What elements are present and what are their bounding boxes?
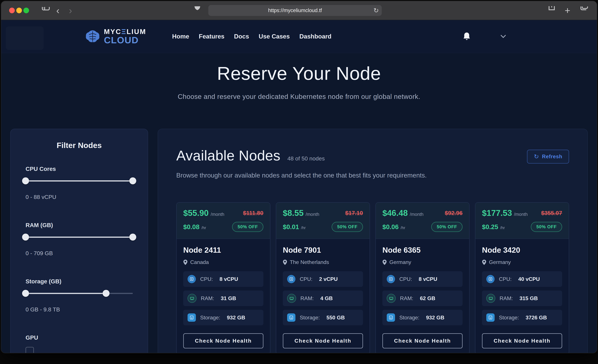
node-location: The Netherlands: [283, 259, 363, 265]
node-name: Node 2411: [183, 246, 263, 255]
storage-spec-label: Storage:: [399, 314, 419, 321]
account-chevron-down-icon[interactable]: [500, 35, 506, 38]
panel-subtitle: Browse through our available nodes and s…: [176, 172, 569, 179]
header-ghost-block: [6, 26, 44, 50]
slider-fill: [25, 237, 133, 238]
nav-item-home[interactable]: Home: [172, 33, 189, 40]
cpu-spec-value: 2 vCPU: [319, 276, 338, 282]
hourly-price: $0.01/hr: [283, 223, 332, 231]
storage-drive-icon: [486, 313, 495, 322]
original-price: $92.96: [445, 210, 463, 216]
storage-range-slider[interactable]: [25, 290, 133, 297]
storage-drive-icon: [188, 313, 196, 322]
sidebar-toggle-icon[interactable]: [42, 7, 50, 14]
address-bar[interactable]: https://myceliumcloud.tf ↻: [208, 5, 382, 16]
storage-range-text: 0 GB - 9.8 TB: [25, 306, 133, 313]
node-name: Node 6365: [382, 246, 463, 255]
cpu-spec-row: CPU: 2 vCPU: [283, 271, 363, 287]
location-text: Germany: [489, 259, 511, 265]
ram-spec-label: RAM:: [400, 295, 413, 301]
close-window-button[interactable]: [9, 8, 15, 13]
filter-panel: Filter Nodes CPU Cores 0 - 88 vCPU RAM (…: [10, 129, 148, 353]
node-card: $55.90/month $111.80 $0.08/hr 50% OFF No…: [176, 202, 270, 353]
check-node-health-button[interactable]: Check Node Health: [482, 333, 562, 348]
notifications-bell-icon[interactable]: [463, 32, 471, 41]
storage-slider-min-handle[interactable]: [22, 290, 29, 297]
ram-spec-label: RAM:: [300, 295, 314, 301]
ram-memory-icon: [387, 294, 396, 303]
back-button[interactable]: ‹: [56, 6, 59, 15]
location-text: The Netherlands: [290, 259, 329, 265]
storage-slider-max-handle[interactable]: [103, 290, 109, 297]
zoom-window-button[interactable]: [23, 8, 29, 13]
location-text: Germany: [389, 259, 411, 265]
filter-group-gpu: GPU: [25, 334, 133, 353]
monthly-unit: /month: [410, 212, 424, 217]
node-card-body: Node 6365 Germany CPU: 8 vCPU: [376, 239, 469, 353]
storage-spec-row: Storage: 932 GB: [183, 310, 263, 325]
share-icon[interactable]: [548, 6, 555, 15]
discount-badge: 50% OFF: [431, 222, 463, 232]
panel-header: Available Nodes 48 of 50 nodes ↻ Refresh: [176, 147, 569, 164]
node-name: Node 7901: [283, 246, 363, 255]
slider-fill: [25, 293, 106, 294]
nav-item-features[interactable]: Features: [199, 33, 224, 40]
ram-spec-value: 4 GB: [320, 295, 333, 301]
cpu-chip-icon: [287, 275, 295, 283]
ram-spec-label: RAM:: [499, 295, 513, 301]
main-nav: Home Features Docs Use Cases Dashboard: [172, 33, 332, 40]
refresh-button[interactable]: ↻ Refresh: [527, 150, 569, 164]
nav-item-dashboard[interactable]: Dashboard: [299, 33, 332, 40]
cpu-slider-min-handle[interactable]: [22, 177, 29, 184]
storage-spec-row: Storage: 932 GB: [382, 310, 463, 325]
storage-spec-row: Storage: 550 GB: [283, 310, 363, 325]
forward-button[interactable]: ›: [69, 6, 72, 15]
ram-range-text: 0 - 709 GB: [25, 250, 133, 256]
storage-spec-label: Storage:: [499, 314, 519, 321]
minimize-window-button[interactable]: [16, 8, 22, 13]
nav-item-use-cases[interactable]: Use Cases: [259, 33, 290, 40]
hourly-unit: /hr: [301, 225, 306, 230]
price-header: $8.55/month $17.10 $0.01/hr 50% OFF: [276, 203, 370, 239]
check-node-health-button[interactable]: Check Node Health: [283, 333, 363, 348]
storage-spec-label: Storage:: [300, 314, 320, 321]
gpu-filter-label: GPU: [25, 334, 133, 341]
ram-spec-row: RAM: 4 GB: [283, 290, 363, 306]
original-price: $355.07: [541, 210, 562, 216]
price-header: $177.53/month $355.07 $0.25/hr 50% OFF: [475, 203, 569, 239]
original-price: $111.80: [243, 210, 263, 216]
ram-spec-row: RAM: 315 GB: [482, 290, 562, 306]
cpu-spec-value: 8 vCPU: [219, 276, 238, 282]
panel-title: Available Nodes: [176, 147, 280, 164]
cpu-spec-label: CPU:: [499, 276, 512, 282]
cpu-slider-max-handle[interactable]: [129, 177, 136, 184]
check-node-health-button[interactable]: Check Node Health: [183, 333, 263, 348]
hourly-unit: /hr: [401, 225, 405, 230]
cpu-range-slider[interactable]: [25, 177, 133, 184]
ram-slider-min-handle[interactable]: [22, 234, 29, 240]
nav-item-docs[interactable]: Docs: [234, 33, 249, 40]
new-tab-icon[interactable]: +: [565, 6, 570, 15]
ram-range-slider[interactable]: [25, 233, 133, 241]
storage-spec-value: 932 GB: [227, 314, 245, 321]
cpu-range-text: 0 - 88 vCPU: [25, 194, 133, 200]
privacy-shield-icon[interactable]: [194, 6, 201, 15]
hourly-price: $0.25/hr: [482, 223, 531, 231]
hourly-price: $0.06/hr: [382, 223, 431, 231]
node-card-body: Node 3420 Germany CPU: 40 vCPU: [475, 239, 569, 353]
node-card-grid: $55.90/month $111.80 $0.08/hr 50% OFF No…: [176, 202, 569, 353]
price-header: $55.90/month $111.80 $0.08/hr 50% OFF: [177, 203, 270, 239]
monthly-unit: /month: [211, 212, 224, 217]
tab-overview-icon[interactable]: [580, 7, 588, 14]
monthly-unit: /month: [514, 212, 528, 217]
cpu-filter-label: CPU Cores: [25, 165, 133, 172]
hourly-price: $0.08/hr: [183, 223, 232, 231]
page-subtitle: Choose and reserve your dedicated Kubern…: [1, 93, 597, 100]
ram-slider-max-handle[interactable]: [129, 234, 136, 240]
gpu-checkbox[interactable]: [25, 347, 34, 353]
ram-memory-icon: [486, 294, 495, 303]
discount-badge: 50% OFF: [332, 222, 363, 232]
brand-logo[interactable]: MYCΞLIUM CLOUD: [85, 28, 146, 45]
check-node-health-button[interactable]: Check Node Health: [382, 333, 463, 348]
reload-icon[interactable]: ↻: [374, 7, 379, 14]
